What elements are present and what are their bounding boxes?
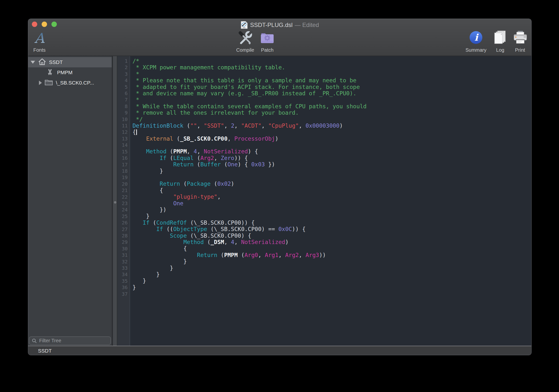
line-number: 32 bbox=[117, 258, 128, 265]
split-handle-dimple[interactable] bbox=[114, 201, 116, 204]
svg-text:A: A bbox=[34, 30, 45, 46]
code-line: /* bbox=[133, 58, 531, 64]
line-number: 9 bbox=[117, 110, 128, 116]
text-caret bbox=[136, 129, 137, 135]
disclosure-right-icon[interactable] bbox=[39, 81, 42, 85]
svg-text:DSL: DSL bbox=[243, 27, 246, 28]
status-bar: SSDT bbox=[28, 346, 531, 355]
code-line: Method (PMPM, 4, NotSerialized) { bbox=[133, 148, 531, 155]
line-number: 1 bbox=[117, 58, 128, 64]
line-number: 31 bbox=[117, 252, 128, 258]
line-number: 6 bbox=[117, 90, 128, 97]
code-line: If ((ObjectType (\_SB.SCK0.CP00) == 0x0C… bbox=[133, 226, 531, 232]
code-line: Return (Package (0x02) bbox=[133, 181, 531, 187]
line-number: 29 bbox=[117, 239, 128, 245]
line-number: 25 bbox=[117, 213, 128, 220]
code-line: * bbox=[133, 97, 531, 103]
tree-item-pmpm[interactable]: PMPM bbox=[28, 67, 112, 78]
code-line: Scope (\_SB.SCK0.CP00) { bbox=[133, 233, 531, 239]
line-number: 11 bbox=[117, 122, 128, 129]
document-icon: DSL bbox=[241, 21, 248, 29]
code-line: { bbox=[133, 129, 531, 135]
line-number: 5 bbox=[117, 84, 128, 90]
code-line: External (_SB_.SCK0.CP00, ProcessorObj) bbox=[133, 135, 531, 142]
edited-badge: — Edited bbox=[295, 22, 319, 28]
line-number: 37 bbox=[117, 291, 128, 297]
line-number: 14 bbox=[117, 142, 128, 148]
code-line: } bbox=[133, 278, 531, 284]
code-line: If (LEqual (Arg2, Zero)) { bbox=[133, 155, 531, 161]
line-number: 10 bbox=[117, 116, 128, 122]
line-number: 24 bbox=[117, 207, 128, 213]
tree-item-label: SSDT bbox=[49, 59, 63, 65]
code-line: }) bbox=[133, 207, 531, 213]
line-number: 16 bbox=[117, 155, 128, 161]
code-line: } bbox=[133, 168, 531, 174]
line-number-gutter: 1234567891011121314151617181920212223242… bbox=[117, 56, 130, 346]
content-area: SSDT PMPM bbox=[28, 56, 531, 346]
disclosure-down-icon[interactable] bbox=[31, 61, 35, 64]
line-number: 35 bbox=[117, 278, 128, 284]
split-divider[interactable] bbox=[112, 56, 117, 346]
filter-tree-field[interactable] bbox=[29, 336, 111, 345]
code-line: } bbox=[133, 213, 531, 219]
line-number: 23 bbox=[117, 200, 128, 207]
print-label: Print bbox=[515, 47, 525, 53]
code-line bbox=[133, 291, 531, 297]
folder-icon bbox=[45, 79, 53, 87]
code-line: * adapted to fit your board's ACPI stack… bbox=[133, 84, 531, 90]
tree-item-label: \_SB.SCK0.CP... bbox=[56, 80, 94, 86]
titlebar: DSL SSDT-PLUG.dsl — Edited A bbox=[28, 19, 531, 56]
patch-button[interactable]: Patch bbox=[249, 30, 286, 55]
line-number: 12 bbox=[117, 129, 128, 135]
code-line: { bbox=[133, 187, 531, 194]
code-line bbox=[133, 142, 531, 148]
code-line: { bbox=[133, 245, 531, 252]
code-line: } bbox=[133, 284, 531, 291]
code-line: } bbox=[133, 265, 531, 271]
line-number: 26 bbox=[117, 220, 128, 226]
line-number: 18 bbox=[117, 168, 128, 174]
code-line: DefinitionBlock ("", "SSDT", 2, "ACDT", … bbox=[133, 122, 531, 129]
line-number: 30 bbox=[117, 245, 128, 252]
code-line: * While the table contains several examp… bbox=[133, 103, 531, 110]
code-line: */ bbox=[133, 116, 531, 122]
line-number: 34 bbox=[117, 271, 128, 278]
status-text: SSDT bbox=[38, 348, 52, 354]
window-title: SSDT-PLUG.dsl bbox=[250, 22, 292, 28]
search-icon bbox=[32, 338, 37, 343]
tree-item-label: PMPM bbox=[57, 70, 73, 75]
line-number: 22 bbox=[117, 194, 128, 200]
line-number: 19 bbox=[117, 174, 128, 181]
line-number: 2 bbox=[117, 64, 128, 71]
print-button[interactable]: Print bbox=[502, 30, 532, 55]
line-number: 20 bbox=[117, 181, 128, 187]
code-line: * and device name may vary (e.g. _SB_.PR… bbox=[133, 90, 531, 97]
line-number: 7 bbox=[117, 97, 128, 103]
code-line: Return (PMPM (Arg0, Arg1, Arg2, Arg3)) bbox=[133, 252, 531, 258]
info-icon: i bbox=[468, 30, 484, 46]
patch-label: Patch bbox=[261, 47, 273, 53]
code-line: * XCPM power management compatibility ta… bbox=[133, 64, 531, 71]
tree-item-sb-sck0[interactable]: \_SB.SCK0.CP... bbox=[28, 78, 112, 88]
line-number: 4 bbox=[117, 77, 128, 84]
line-number: 15 bbox=[117, 148, 128, 155]
line-number: 17 bbox=[117, 161, 128, 168]
line-number: 28 bbox=[117, 233, 128, 239]
code-line: One bbox=[133, 200, 531, 207]
code-editor[interactable]: /* * XCPM power management compatibility… bbox=[130, 56, 531, 346]
filter-tree-input[interactable] bbox=[39, 338, 108, 344]
code-line: Method (_DSM, 4, NotSerialized) bbox=[133, 239, 531, 245]
line-number: 8 bbox=[117, 103, 128, 110]
sidebar-tree: SSDT PMPM bbox=[28, 56, 112, 346]
line-number: 13 bbox=[117, 135, 128, 142]
code-line: * bbox=[133, 71, 531, 77]
code-line: "plugin-type", bbox=[133, 194, 531, 200]
line-number: 21 bbox=[117, 187, 128, 194]
code-line bbox=[133, 174, 531, 181]
house-icon bbox=[38, 58, 46, 67]
fonts-button[interactable]: A Fonts bbox=[28, 30, 58, 55]
patch-folder-icon bbox=[260, 30, 275, 46]
tree-item-ssdt[interactable]: SSDT bbox=[28, 57, 112, 67]
line-number: 3 bbox=[117, 71, 128, 77]
